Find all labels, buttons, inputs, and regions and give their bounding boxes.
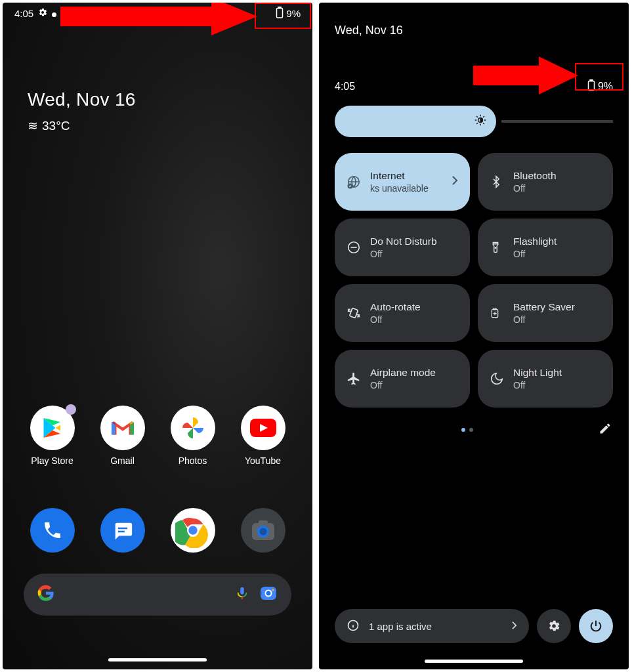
nav-handle[interactable] (108, 658, 207, 662)
tile-title: Battery Saver (513, 301, 601, 313)
battery-percent: 9% (598, 81, 613, 93)
qs-header: Wed, Nov 16 (319, 3, 629, 37)
svg-point-0 (52, 12, 56, 17)
svg-point-22 (272, 589, 274, 591)
chevron-right-icon (452, 175, 458, 188)
nav-handle[interactable] (425, 660, 523, 663)
info-icon (347, 619, 360, 634)
app-chrome[interactable] (163, 508, 222, 553)
phone-quicksettings: Wed, Nov 16 4:05 9% Internet ks unavaila… (319, 3, 629, 669)
svg-rect-2 (278, 7, 281, 8)
chevron-right-icon (511, 621, 517, 632)
date-text: Wed, Nov 16 (28, 89, 312, 110)
tile-title: Do Not Disturb (370, 236, 458, 247)
svg-rect-34 (494, 308, 496, 310)
tile-subtitle: Off (513, 314, 601, 325)
dock (3, 508, 312, 553)
app-label: Photos (179, 455, 207, 466)
tile-title: Flashlight (513, 236, 601, 247)
app-label: Gmail (110, 455, 135, 466)
battery-saver-icon (490, 306, 504, 320)
qs-tile-batterysaver[interactable]: Battery Saver Off (478, 284, 613, 342)
page-dot (469, 428, 473, 432)
gmail-icon (100, 406, 145, 450)
flashlight-icon (490, 240, 504, 255)
moon-icon (490, 371, 504, 386)
mic-icon[interactable] (235, 584, 249, 605)
tile-subtitle: Off (370, 249, 458, 259)
qs-tile-airplane[interactable]: Airplane mode Off (335, 350, 470, 408)
app-camera[interactable] (234, 508, 293, 553)
playstore-icon (30, 406, 75, 450)
app-photos[interactable]: Photos (163, 406, 222, 466)
active-apps-chip[interactable]: 1 app is active (335, 609, 529, 643)
tile-title: Auto-rotate (370, 301, 458, 313)
svg-rect-14 (259, 520, 268, 526)
svg-point-31 (495, 247, 496, 249)
app-messages[interactable] (93, 508, 152, 553)
at-a-glance-widget[interactable]: Wed, Nov 16 ≋ 33°C (3, 24, 312, 133)
page-dot (461, 428, 465, 432)
qs-grid: Internet ks unavailable Bluetooth Off Do… (319, 137, 629, 408)
qs-tile-flashlight[interactable]: Flashlight Off (478, 219, 613, 276)
qs-status-row: 4:05 9% (319, 37, 629, 94)
svg-point-21 (266, 591, 271, 596)
lens-icon[interactable] (259, 583, 278, 606)
app-youtube[interactable]: YouTube (234, 406, 293, 466)
qs-tile-nightlight[interactable]: Night Light Off (478, 350, 613, 408)
temperature-text: 33°C (42, 119, 70, 133)
svg-rect-9 (117, 531, 124, 533)
chrome-icon (171, 508, 215, 553)
brightness-icon (474, 114, 487, 129)
app-gmail[interactable]: Gmail (93, 406, 152, 466)
tile-subtitle: Off (513, 183, 601, 194)
svg-rect-23 (588, 81, 594, 91)
svg-rect-1 (277, 8, 283, 18)
tile-subtitle: Off (370, 314, 458, 325)
svg-rect-18 (242, 597, 243, 600)
svg-rect-8 (117, 528, 127, 530)
search-bar[interactable] (24, 574, 291, 616)
phone-homescreen: 4:05 9% Wed, Nov 16 ≋ 33°C Play Store (3, 3, 312, 669)
power-button[interactable] (579, 609, 613, 643)
tile-subtitle: ks unavailable (370, 183, 442, 194)
notification-badge (66, 404, 76, 415)
statusbar: 4:05 9% (3, 3, 312, 24)
battery-icon (587, 79, 595, 94)
svg-rect-32 (349, 308, 358, 318)
svg-point-16 (259, 528, 266, 536)
gear-icon (37, 7, 48, 20)
qs-tile-bluetooth[interactable]: Bluetooth Off (478, 153, 613, 211)
airplane-icon (347, 371, 361, 386)
qs-tile-dnd[interactable]: Do Not Disturb Off (335, 219, 470, 276)
qs-tile-autorotate[interactable]: Auto-rotate Off (335, 284, 470, 342)
qs-tile-internet[interactable]: Internet ks unavailable (335, 153, 470, 211)
tile-subtitle: Off (370, 380, 458, 390)
camera-icon (241, 508, 285, 553)
app-phone[interactable] (23, 508, 82, 553)
dot-icon (52, 8, 56, 19)
dnd-icon (347, 240, 361, 255)
bluetooth-icon (490, 175, 504, 189)
qs-pager (319, 408, 629, 438)
tile-title: Night Light (513, 367, 601, 379)
battery-icon (276, 7, 284, 20)
app-playstore[interactable]: Play Store (23, 406, 82, 466)
fog-icon: ≋ (28, 118, 37, 133)
svg-rect-24 (590, 80, 593, 81)
svg-rect-17 (240, 587, 244, 595)
clock: 4:05 (14, 8, 33, 19)
tile-subtitle: Off (513, 249, 601, 259)
globe-icon (347, 175, 361, 189)
phone-icon (30, 508, 75, 553)
edit-icon[interactable] (599, 422, 612, 438)
messages-icon (100, 508, 145, 553)
tile-title: Bluetooth (513, 170, 601, 182)
qs-footer: 1 app is active (335, 609, 613, 643)
battery-percent: 9% (286, 8, 301, 19)
rotate-icon (347, 306, 361, 320)
clock: 4:05 (335, 81, 355, 93)
tile-subtitle: Off (513, 380, 601, 390)
settings-button[interactable] (537, 609, 571, 643)
brightness-slider[interactable] (319, 94, 629, 137)
